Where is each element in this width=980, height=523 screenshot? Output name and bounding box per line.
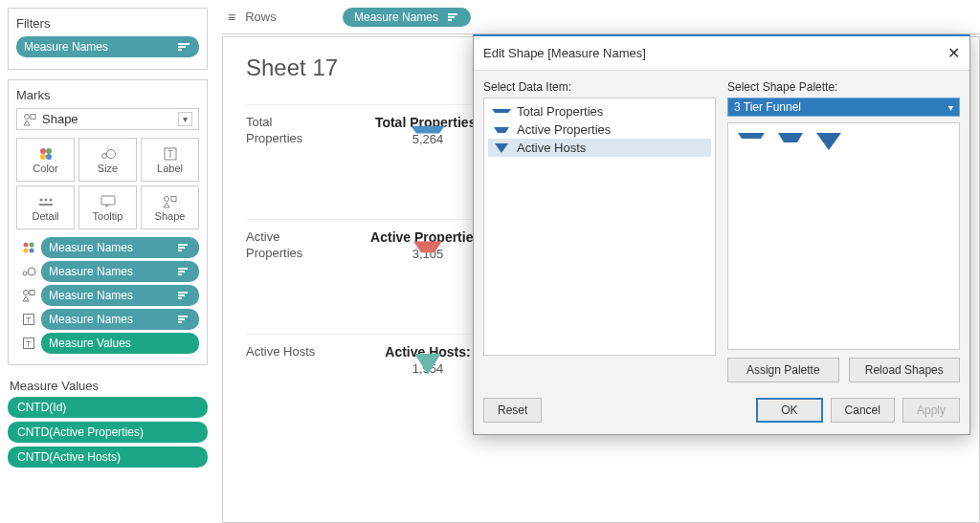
filter-pill-measure-names[interactable]: Measure Names bbox=[16, 36, 199, 57]
pill-menu-icon bbox=[178, 43, 191, 51]
svg-marker-19 bbox=[105, 205, 109, 207]
funnel-tier1-icon bbox=[492, 107, 511, 117]
label-icon: T bbox=[16, 314, 41, 325]
mark-button-grid: Color Size T Label Detail Tooltip Shape bbox=[16, 138, 199, 229]
svg-marker-52 bbox=[413, 241, 442, 252]
dialog-title: Edit Shape [Measure Names] bbox=[483, 46, 646, 60]
svg-rect-39 bbox=[178, 294, 185, 296]
reload-shapes-button[interactable]: Reload Shapes bbox=[849, 358, 961, 382]
pill-label: Measure Names bbox=[24, 40, 108, 54]
label-button[interactable]: T Label bbox=[141, 138, 199, 182]
mark-type-label: Shape bbox=[42, 112, 78, 126]
data-item[interactable]: Active Properties bbox=[488, 120, 711, 139]
palette-shape-tier2[interactable] bbox=[778, 133, 803, 146]
reset-button[interactable]: Reset bbox=[483, 398, 542, 423]
filters-card: Filters Measure Names bbox=[8, 8, 208, 70]
palette-shape-tier3[interactable] bbox=[816, 133, 841, 152]
svg-marker-51 bbox=[411, 125, 445, 133]
row-header: Total Properties bbox=[246, 115, 332, 147]
size-icon bbox=[100, 145, 117, 163]
svg-rect-2 bbox=[178, 49, 182, 51]
svg-rect-44 bbox=[178, 318, 185, 320]
svg-point-15 bbox=[44, 199, 47, 202]
pill-menu-icon bbox=[178, 244, 191, 251]
close-icon[interactable]: ✕ bbox=[947, 44, 960, 62]
color-button[interactable]: Color bbox=[16, 138, 75, 182]
svg-point-31 bbox=[28, 268, 35, 275]
svg-point-10 bbox=[101, 154, 106, 159]
svg-point-30 bbox=[23, 272, 27, 275]
size-button[interactable]: Size bbox=[78, 138, 137, 182]
svg-rect-17 bbox=[39, 204, 53, 206]
svg-rect-0 bbox=[178, 43, 189, 45]
svg-rect-27 bbox=[178, 244, 188, 246]
svg-marker-59 bbox=[816, 133, 841, 150]
svg-rect-34 bbox=[178, 273, 182, 275]
marks-pill-size[interactable]: Measure Names bbox=[16, 261, 199, 282]
svg-rect-38 bbox=[178, 292, 188, 294]
svg-rect-40 bbox=[178, 297, 182, 299]
row-header: Active Properties bbox=[246, 229, 332, 262]
apply-button: Apply bbox=[902, 398, 960, 423]
data-item[interactable]: Total Properties bbox=[488, 102, 711, 120]
dialog-title-bar[interactable]: Edit Shape [Measure Names] ✕ bbox=[474, 36, 969, 71]
svg-point-26 bbox=[30, 249, 34, 253]
svg-point-7 bbox=[46, 148, 52, 154]
marks-pill-shape[interactable]: Measure Names bbox=[16, 285, 199, 306]
mark-type-dropdown[interactable]: Shape ▾ bbox=[16, 108, 199, 130]
palette-shape-tier1[interactable] bbox=[738, 133, 765, 144]
palette-shapes-box[interactable] bbox=[727, 122, 960, 350]
marks-pill-color[interactable]: Measure Names bbox=[16, 237, 199, 258]
palette-column: Select Shape Palette: 3 Tier Funnel ▾ As… bbox=[727, 80, 960, 382]
svg-point-3 bbox=[25, 114, 30, 119]
palette-dropdown[interactable]: 3 Tier Funnel ▾ bbox=[727, 98, 960, 117]
svg-text:T: T bbox=[26, 316, 32, 325]
rows-shelf[interactable]: ≡ Rows Measure Names bbox=[222, 0, 980, 34]
pill-menu-icon bbox=[178, 316, 191, 323]
marks-pill-label[interactable]: T Measure Names bbox=[16, 309, 199, 330]
data-item[interactable]: Active Hosts bbox=[488, 139, 711, 157]
mv-pill[interactable]: CNTD(Id) bbox=[8, 397, 208, 418]
measure-values-panel: Measure Values CNTD(Id) CNTD(Active Prop… bbox=[8, 375, 208, 468]
chevron-down-icon: ▾ bbox=[948, 102, 953, 113]
funnel-shape-2 bbox=[413, 241, 442, 256]
svg-point-11 bbox=[106, 150, 115, 159]
dialog-footer: Reset OK Cancel Apply bbox=[474, 392, 969, 434]
ok-button[interactable]: OK bbox=[756, 398, 822, 423]
detail-icon bbox=[38, 193, 54, 210]
data-item-label: Select Data Item: bbox=[483, 80, 716, 94]
svg-marker-22 bbox=[164, 203, 169, 207]
data-item-list[interactable]: Total Properties Active Properties Activ… bbox=[483, 98, 716, 356]
detail-button[interactable]: Detail bbox=[16, 185, 75, 229]
mv-pill[interactable]: CNTD(Active Properties) bbox=[8, 422, 208, 443]
marks-card: Marks Shape ▾ Color Size T Label bbox=[8, 79, 208, 365]
assign-palette-button[interactable]: Assign Palette bbox=[727, 358, 839, 382]
svg-point-9 bbox=[46, 154, 52, 160]
svg-rect-43 bbox=[178, 316, 188, 317]
svg-rect-48 bbox=[448, 13, 457, 15]
svg-point-20 bbox=[164, 197, 168, 202]
svg-marker-56 bbox=[495, 143, 508, 153]
svg-text:T: T bbox=[26, 339, 32, 349]
svg-rect-32 bbox=[178, 268, 188, 270]
svg-rect-1 bbox=[178, 46, 186, 48]
row-header: Active Hosts bbox=[246, 344, 332, 360]
tooltip-button[interactable]: Tooltip bbox=[78, 185, 137, 229]
measure-values-title: Measure Values bbox=[8, 375, 208, 397]
svg-rect-28 bbox=[178, 247, 185, 249]
data-item-column: Select Data Item: Total Properties Activ… bbox=[483, 80, 716, 382]
pill-menu-icon bbox=[178, 292, 191, 299]
marks-pill-label-values[interactable]: T Measure Values bbox=[16, 333, 199, 354]
svg-marker-54 bbox=[492, 109, 511, 113]
shape-button[interactable]: Shape bbox=[141, 185, 199, 229]
shape-mark-icon bbox=[163, 193, 178, 210]
chevron-down-icon: ▾ bbox=[178, 112, 192, 126]
svg-rect-45 bbox=[178, 321, 182, 323]
cancel-button[interactable]: Cancel bbox=[831, 398, 895, 423]
edit-shape-dialog: Edit Shape [Measure Names] ✕ Select Data… bbox=[473, 34, 970, 435]
rows-pill-measure-names[interactable]: Measure Names bbox=[343, 8, 471, 27]
funnel-tier3-icon bbox=[492, 142, 511, 155]
svg-point-25 bbox=[24, 249, 29, 253]
mv-pill[interactable]: CNTD(Active Hosts) bbox=[8, 447, 208, 468]
svg-marker-57 bbox=[738, 133, 765, 139]
